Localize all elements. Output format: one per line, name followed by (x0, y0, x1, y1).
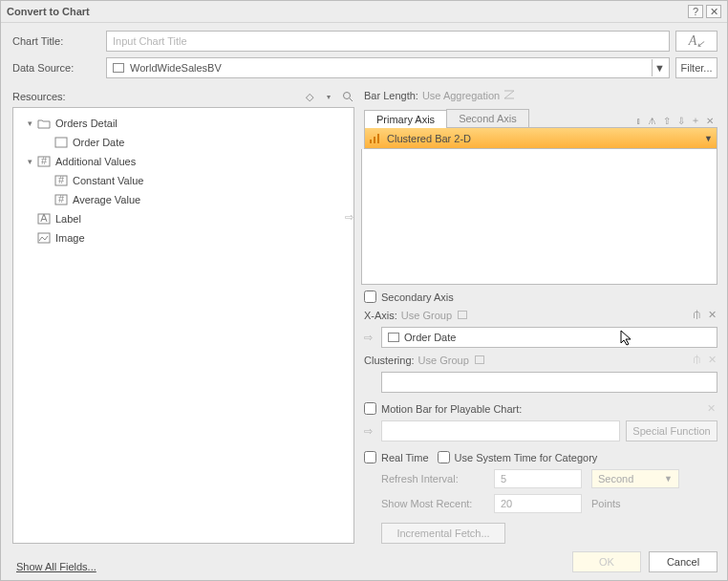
text-icon: A (36, 212, 52, 226)
special-function-button: Special Function (626, 420, 717, 441)
move-right-icon: ⇨ (345, 211, 353, 224)
folder-icon (36, 117, 52, 130)
bar-length-hint: Use Aggregation (422, 90, 500, 101)
trend-icon[interactable]: ⩚ (647, 116, 658, 126)
aggregation-icon (503, 90, 515, 101)
chart-type-value: Clustered Bar 2-D (387, 133, 471, 144)
number-icon: # (54, 193, 69, 206)
filter-icon: ⫛ (691, 354, 702, 366)
tree-node-image[interactable]: Image (17, 228, 350, 247)
expand-icon[interactable]: ▾ (23, 118, 36, 128)
close-button[interactable]: ✕ (706, 5, 721, 18)
use-system-time-label: Use System Time for Category (455, 452, 598, 463)
number-icon: # (36, 155, 52, 168)
group-icon (475, 355, 484, 364)
real-time-label: Real Time (381, 452, 429, 463)
dialog-title: Convert to Chart (7, 6, 685, 17)
data-source-value: WorldWideSalesBV (130, 62, 222, 74)
remove-icon: ✕ (706, 354, 717, 366)
data-source-select[interactable]: WorldWideSalesBV ▼ (106, 57, 670, 78)
bar-chart-icon (369, 133, 382, 144)
remove-icon[interactable]: ✕ (704, 116, 716, 126)
move-up-icon[interactable]: ⇧ (661, 116, 673, 126)
font-button[interactable]: A↙ (675, 31, 717, 52)
tab-primary-axis[interactable]: Primary Axis (364, 110, 447, 128)
filter-icon[interactable]: ⫛ (691, 309, 702, 321)
motion-bar-label: Motion Bar for Playable Chart: (381, 403, 522, 415)
xaxis-field[interactable]: Order Date (381, 327, 717, 348)
svg-line-1 (350, 98, 353, 101)
chart-icon[interactable]: ⫾ (632, 116, 644, 126)
secondary-axis-checkbox[interactable] (364, 290, 376, 303)
motion-bar-field[interactable] (381, 420, 620, 441)
dropdown-icon[interactable]: ▾ (322, 90, 335, 103)
tree-node-additional-values[interactable]: ▾ # Additional Values (17, 152, 350, 171)
add-icon[interactable]: ＋ (690, 114, 701, 127)
clustering-hint: Use Group (418, 355, 469, 366)
svg-text:#: # (41, 156, 48, 166)
svg-rect-13 (374, 137, 375, 143)
svg-rect-14 (377, 134, 379, 143)
sort-icon[interactable]: ◇ (303, 90, 316, 103)
svg-rect-2 (55, 138, 67, 147)
refresh-interval-label: Refresh Interval: (381, 473, 484, 484)
refresh-interval-unit[interactable]: Second ▼ (591, 469, 679, 488)
cancel-button[interactable]: Cancel (649, 551, 717, 572)
move-right-icon: ⇨ (364, 425, 377, 438)
svg-text:#: # (58, 175, 65, 185)
tab-second-axis[interactable]: Second Axis (446, 109, 529, 127)
bar-length-label: Bar Length: (364, 90, 418, 101)
resources-tree[interactable]: ▾ Orders Detail Order Date ▾ # Additiona… (12, 107, 354, 544)
filter-button[interactable]: Filter... (675, 57, 717, 78)
svg-text:#: # (58, 194, 65, 204)
titlebar: Convert to Chart ? ✕ (1, 1, 727, 23)
group-icon (458, 311, 467, 319)
motion-bar-checkbox[interactable] (364, 402, 376, 415)
help-button[interactable]: ? (688, 5, 703, 18)
dropdown-icon[interactable]: ▼ (652, 59, 667, 76)
search-icon[interactable] (341, 90, 354, 103)
chart-title-label: Chart Title: (12, 35, 100, 47)
incremental-fetch-button: Incremental Fetch... (381, 523, 505, 544)
number-icon: # (54, 174, 69, 187)
chart-title-input[interactable] (106, 31, 670, 52)
chart-title-row: Chart Title: A↙ (12, 31, 717, 52)
remove-icon: ✕ (707, 402, 716, 415)
tree-node-orders-detail[interactable]: ▾ Orders Detail (17, 114, 350, 133)
clustering-label: Clustering: (364, 355, 415, 366)
data-source-row: Data Source: WorldWideSalesBV ▼ Filter..… (12, 57, 717, 78)
xaxis-hint: Use Group (401, 310, 452, 321)
chart-type-select[interactable]: Clustered Bar 2-D ▼ (364, 128, 717, 149)
refresh-interval-input[interactable] (494, 469, 582, 488)
svg-text:A: A (40, 213, 48, 224)
tree-node-label[interactable]: A Label (17, 209, 350, 228)
show-all-fields-link[interactable]: Show All Fields... (16, 561, 96, 572)
dropdown-icon[interactable]: ▼ (664, 474, 673, 484)
move-right-icon: ⇨ (364, 332, 377, 344)
real-time-checkbox[interactable] (364, 451, 376, 463)
tree-node-order-date[interactable]: Order Date (17, 133, 350, 152)
expand-icon[interactable]: ▾ (23, 157, 36, 166)
remove-icon[interactable]: ✕ (706, 309, 717, 321)
data-source-label: Data Source: (12, 62, 100, 74)
use-system-time-checkbox[interactable] (438, 451, 450, 463)
svg-rect-12 (370, 140, 372, 143)
show-most-recent-unit: Points (591, 498, 679, 509)
secondary-axis-label: Secondary Axis (381, 291, 454, 303)
dropdown-icon[interactable]: ▼ (704, 134, 713, 143)
xaxis-label: X-Axis: (364, 310, 397, 321)
move-down-icon[interactable]: ⇩ (675, 116, 687, 126)
bar-length-dropzone[interactable] (361, 149, 717, 285)
svg-point-0 (344, 93, 351, 99)
show-most-recent-input[interactable] (494, 494, 582, 513)
resources-label: Resources: (12, 91, 66, 102)
image-icon (36, 231, 52, 245)
tree-node-average-value[interactable]: # Average Value (17, 190, 350, 209)
clustering-field[interactable] (381, 372, 717, 393)
date-icon (54, 136, 69, 149)
datasource-icon (113, 63, 124, 73)
show-most-recent-label: Show Most Recent: (381, 498, 484, 509)
tree-node-constant-value[interactable]: # Constant Value (17, 171, 350, 190)
xaxis-value: Order Date (404, 332, 456, 343)
ok-button: OK (572, 551, 641, 572)
